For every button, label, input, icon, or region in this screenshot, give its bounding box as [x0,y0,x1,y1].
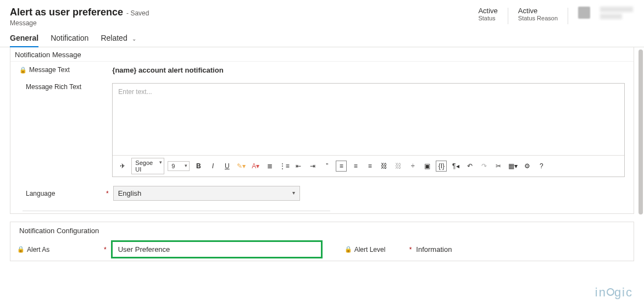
message-text-label-text: Message Text [29,66,70,74]
entity-type: Message [10,19,149,27]
tab-related-label: Related [101,34,127,42]
alert-level-label: 🔒 Alert Level [345,246,405,254]
highlight-icon[interactable]: ✎▾ [236,161,247,172]
cut-icon[interactable]: ✂ [493,161,504,172]
undo-icon[interactable]: ↶ [464,161,475,172]
status-value: Active [478,7,497,15]
help-icon[interactable]: ? [536,161,547,172]
alert-level-value[interactable]: Information [416,245,627,254]
align-center-icon[interactable]: ≡ [350,161,361,172]
scrollbar[interactable] [639,49,643,214]
font-select[interactable]: Segoe UI [131,158,164,174]
font-size-select[interactable]: 9 [168,161,190,171]
link-icon[interactable]: ⛓ [379,161,390,172]
status-reason-label: Status Reason [518,15,558,21]
spacer [102,66,112,74]
table-icon[interactable]: ▦▾ [507,161,518,172]
rich-text-editor[interactable]: Enter text... ✈ Segoe UI 9 B I U ✎▾ A▾ ≣… [112,83,625,177]
rich-text-toolbar: ✈ Segoe UI 9 B I U ✎▾ A▾ ≣ ⋮≡ ⇤ ⇥ ” ≡ [113,155,624,177]
required-indicator: * [102,190,113,197]
chevron-down-icon: ⌄ [132,36,136,42]
tab-general[interactable]: General [10,34,38,47]
spacer [102,83,112,91]
bullet-list-icon[interactable]: ≣ [264,161,275,172]
tab-related[interactable]: Related ⌄ [101,34,136,47]
divider [508,8,508,24]
alert-level-label-text: Alert Level [354,246,386,254]
user-sub [600,14,622,19]
indent-icon[interactable]: ⇥ [307,161,318,172]
italic-icon[interactable]: I [207,161,218,172]
quote-icon[interactable]: ” [321,161,332,172]
avatar[interactable] [578,7,590,19]
lock-icon: 🔒 [345,246,352,253]
section-title-notification-message: Notification Message [10,47,634,62]
lock-icon: 🔒 [17,246,25,253]
unlink-icon[interactable]: ⛓ [393,161,404,172]
section-title-notification-config: Notification Configuration [17,222,627,240]
rich-text-area[interactable]: Enter text... [113,84,624,155]
divider [568,8,568,24]
bold-icon[interactable]: B [193,161,204,172]
font-color-icon[interactable]: A▾ [250,161,261,172]
redo-icon[interactable]: ↷ [479,161,490,172]
number-list-icon[interactable]: ⋮≡ [279,161,290,172]
message-text-label: 🔒 Message Text [19,66,102,74]
lock-icon: 🔒 [19,67,27,74]
user-name [600,7,633,12]
alert-as-value[interactable]: User Preference [111,240,323,258]
status-reason-block: Active Status Reason [518,7,558,21]
language-select[interactable]: English [113,186,300,201]
clear-format-icon[interactable]: ✈ [117,161,128,172]
rich-text-label: Message Rich Text [19,83,102,91]
align-left-icon[interactable]: ≡ [336,161,347,172]
alert-as-label-text: Alert As [27,246,49,254]
placeholder-icon[interactable]: {I} [436,161,447,172]
underline-icon[interactable]: U [221,161,232,172]
required-indicator: * [405,246,417,254]
tab-notification[interactable]: Notification [51,34,88,47]
page-title: Alert as user preference [10,7,123,18]
status-block: Active Status [478,7,497,21]
alert-as-label: 🔒 Alert As [17,246,99,254]
outdent-icon[interactable]: ⇤ [293,161,304,172]
settings-icon[interactable]: ⚙ [521,161,532,172]
image-icon[interactable]: ▣ [421,161,432,172]
status-reason-value: Active [518,7,558,15]
divider [23,211,330,211]
align-right-icon[interactable]: ≡ [364,161,375,172]
strike-icon[interactable]: ÷ [407,161,418,172]
saved-indicator: - Saved [126,9,149,17]
direction-icon[interactable]: ¶◂ [450,161,461,172]
status-label: Status [478,15,497,21]
required-indicator: * [99,246,111,254]
message-text-value: {name} account alert notification [112,66,625,74]
tab-bar: General Notification Related ⌄ [0,29,644,47]
language-label: Language [19,190,102,197]
